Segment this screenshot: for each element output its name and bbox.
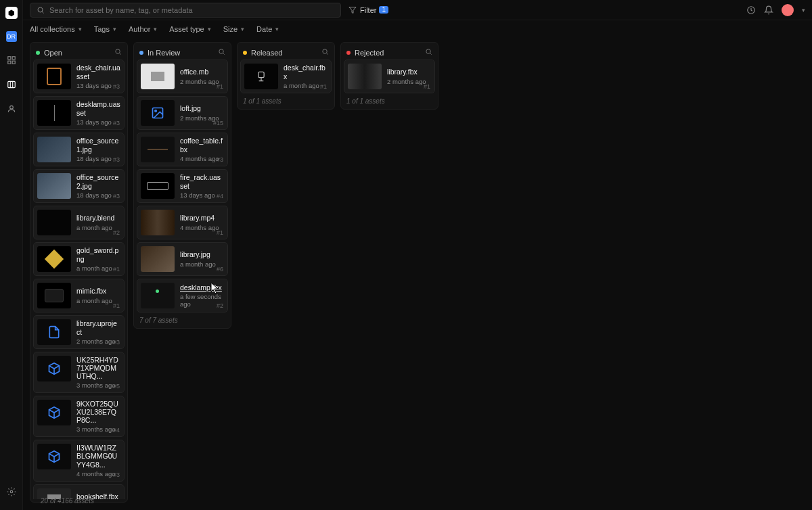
- rail-board-icon[interactable]: [5, 78, 18, 91]
- asset-card[interactable]: desk_chair.fbxa month ago#1: [240, 60, 332, 93]
- asset-index: #15: [213, 120, 223, 126]
- rail-workspace-icon[interactable]: DR: [6, 31, 17, 42]
- asset-name: II3WUW1RZBLGMMG0UYY4G8...: [76, 444, 120, 468]
- filter-asset-type[interactable]: Asset type▾: [169, 25, 210, 33]
- history-icon[interactable]: [746, 5, 756, 15]
- asset-card[interactable]: fire_rack.uasset13 days ago#4: [137, 169, 228, 203]
- asset-card[interactable]: desklamp.uasset13 days ago#3: [33, 96, 125, 130]
- column-title: Released: [251, 49, 317, 57]
- svg-point-24: [426, 49, 430, 53]
- chevron-down-icon: ▾: [113, 26, 116, 32]
- filter-date[interactable]: Date▾: [256, 25, 279, 33]
- filter-item-label: Author: [129, 25, 150, 33]
- rail-settings-icon[interactable]: [5, 486, 18, 498]
- svg-point-13: [116, 49, 120, 53]
- asset-card[interactable]: library.blenda month ago#2: [33, 206, 125, 239]
- asset-index: #3: [113, 156, 120, 163]
- asset-index: #2: [217, 302, 223, 309]
- asset-card[interactable]: 9KXOT25QUXU2L38E7QP8C...3 months ago#4: [33, 396, 125, 437]
- asset-name: desk_chair.uasset: [76, 64, 120, 80]
- column-header: In Review: [137, 45, 228, 60]
- asset-index: #3: [217, 156, 223, 163]
- asset-thumbnail: [141, 100, 175, 126]
- asset-card[interactable]: library.uproject2 months ago#3: [33, 315, 125, 349]
- asset-thumbnail: [37, 137, 71, 162]
- asset-index: #1: [320, 83, 327, 90]
- asset-thumbnail: [37, 210, 71, 235]
- filter-item-label: Tags: [94, 25, 110, 33]
- filter-label: Filter: [360, 6, 376, 14]
- column-title: Rejected: [355, 49, 421, 57]
- nav-rail: ⬢ DR: [0, 0, 23, 510]
- svg-rect-0: [7, 57, 10, 60]
- asset-card[interactable]: library.jpga month ago#6: [137, 242, 228, 276]
- filter-icon: [348, 5, 357, 15]
- asset-thumbnail: [37, 319, 71, 345]
- main-area: Filter 1 ▾ All collections▾Tags▾Author▾A…: [23, 0, 812, 510]
- svg-rect-1: [12, 57, 15, 60]
- filter-tags[interactable]: Tags▾: [94, 25, 116, 33]
- column-search-icon[interactable]: [425, 48, 432, 57]
- column-body: library.fbx2 months ago#1: [344, 60, 435, 93]
- asset-card[interactable]: library.fbx2 months ago#1: [344, 60, 435, 93]
- asset-card[interactable]: desk_chair.uasset13 days ago#3: [33, 60, 125, 93]
- user-menu-chevron-icon[interactable]: ▾: [802, 7, 805, 14]
- filter-item-label: Asset type: [169, 25, 204, 33]
- asset-index: #2: [113, 229, 120, 236]
- asset-name: mimic.fbx: [76, 287, 120, 295]
- asset-card[interactable]: loft.jpg2 months ago#15: [137, 96, 228, 130]
- asset-card[interactable]: mimic.fbxa month ago#1: [33, 279, 125, 312]
- asset-card[interactable]: UK25RH4YD71XPMQDMUTHQ...3 months ago#5: [33, 352, 125, 393]
- status-dot-icon: [346, 51, 351, 55]
- column-body: desk_chair.uasset13 days ago#3desklamp.u…: [33, 60, 125, 499]
- search-input[interactable]: [49, 6, 335, 14]
- svg-rect-21: [258, 72, 264, 77]
- asset-name: office_source2.jpg: [76, 173, 120, 189]
- filter-size[interactable]: Size▾: [223, 25, 244, 33]
- svg-marker-11: [349, 7, 356, 13]
- filter-author[interactable]: Author▾: [129, 25, 157, 33]
- asset-card[interactable]: desklamp.fbxa few seconds ago#2: [137, 279, 228, 312]
- column-search-icon[interactable]: [114, 48, 122, 57]
- column-header: Released: [240, 45, 332, 60]
- app-logo[interactable]: ⬢: [5, 7, 18, 19]
- asset-thumbnail: [37, 444, 71, 469]
- column-search-icon[interactable]: [321, 48, 329, 57]
- asset-card[interactable]: II3WUW1RZBLGMMG0UYY4G8...4 months ago#3: [33, 440, 125, 481]
- asset-index: #1: [113, 266, 120, 273]
- asset-name: office.mb: [180, 68, 224, 76]
- asset-card[interactable]: office_source1.jpg18 days ago#3: [33, 133, 125, 166]
- asset-card[interactable]: office.mb2 months ago#1: [137, 60, 228, 93]
- asset-card[interactable]: coffee_table.fbx4 months ago#3: [137, 133, 228, 166]
- notifications-icon[interactable]: [764, 5, 773, 15]
- asset-thumbnail: [37, 246, 71, 272]
- column-title: In Review: [148, 49, 214, 57]
- chevron-down-icon: ▾: [78, 26, 82, 32]
- asset-thumbnail: [37, 100, 71, 126]
- filter-all-collections[interactable]: All collections▾: [30, 25, 82, 33]
- column-footer: 1 of 1 assets: [344, 93, 435, 106]
- asset-index: #3: [113, 471, 120, 478]
- rail-home-icon[interactable]: [5, 54, 18, 66]
- asset-name: office_source1.jpg: [76, 137, 120, 153]
- avatar[interactable]: [782, 4, 794, 16]
- asset-card[interactable]: gold_sword.pnga month ago#1: [33, 242, 125, 276]
- asset-thumbnail: [37, 283, 71, 308]
- rail-users-icon[interactable]: [5, 103, 18, 115]
- filter-button[interactable]: Filter 1: [348, 5, 388, 15]
- asset-name: library.blend: [76, 214, 120, 222]
- svg-line-25: [430, 53, 432, 55]
- svg-point-9: [38, 7, 43, 12]
- asset-card[interactable]: library.mp44 months ago#1: [137, 206, 228, 239]
- column-search-icon[interactable]: [218, 48, 225, 57]
- asset-name: library.jpg: [180, 250, 224, 258]
- column-title: Open: [44, 49, 110, 57]
- asset-index: #1: [217, 83, 223, 90]
- asset-index: #4: [113, 427, 120, 434]
- svg-point-19: [323, 49, 327, 53]
- asset-thumbnail: [141, 210, 175, 235]
- search-box[interactable]: [30, 3, 341, 18]
- svg-point-8: [10, 490, 13, 493]
- asset-card[interactable]: office_source2.jpg18 days ago#3: [33, 169, 125, 203]
- asset-name: loft.jpg: [180, 104, 224, 112]
